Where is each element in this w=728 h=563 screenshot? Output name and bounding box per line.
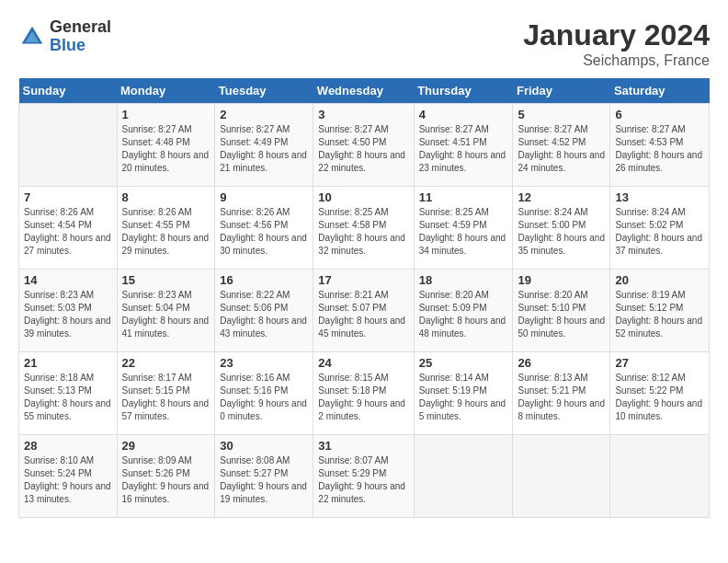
- day-number: 16: [220, 273, 308, 287]
- page-header: General Blue January 2024 Seichamps, Fra…: [18, 18, 710, 69]
- calendar-cell-w2-d6: 20Sunrise: 8:19 AMSunset: 5:12 PMDayligh…: [610, 270, 710, 352]
- day-number: 3: [318, 108, 408, 121]
- day-info: Sunrise: 8:20 AMSunset: 5:10 PMDaylight:…: [518, 289, 605, 340]
- day-info: Sunrise: 8:25 AMSunset: 4:58 PMDaylight:…: [318, 206, 408, 258]
- day-number: 11: [419, 190, 508, 204]
- calendar-cell-w0-d2: 2Sunrise: 8:27 AMSunset: 4:49 PMDaylight…: [215, 104, 313, 187]
- day-info: Sunrise: 8:23 AMSunset: 5:03 PMDaylight:…: [24, 289, 112, 340]
- calendar-body: 1Sunrise: 8:27 AMSunset: 4:48 PMDaylight…: [19, 104, 710, 518]
- day-number: 14: [24, 273, 112, 287]
- calendar-cell-w1-d1: 8Sunrise: 8:26 AMSunset: 4:55 PMDaylight…: [117, 187, 215, 270]
- day-number: 19: [518, 273, 605, 287]
- day-number: 26: [518, 356, 605, 370]
- header-thursday: Thursday: [414, 78, 513, 104]
- day-info: Sunrise: 8:19 AMSunset: 5:12 PMDaylight:…: [615, 289, 704, 340]
- day-number: 13: [615, 190, 704, 204]
- day-info: Sunrise: 8:24 AMSunset: 5:02 PMDaylight:…: [615, 206, 704, 258]
- day-info: Sunrise: 8:26 AMSunset: 4:54 PMDaylight:…: [24, 206, 112, 258]
- day-info: Sunrise: 8:27 AMSunset: 4:50 PMDaylight:…: [318, 123, 408, 175]
- calendar-cell-w2-d3: 17Sunrise: 8:21 AMSunset: 5:07 PMDayligh…: [313, 270, 414, 352]
- day-info: Sunrise: 8:07 AMSunset: 5:29 PMDaylight:…: [318, 454, 408, 506]
- day-number: 15: [122, 273, 210, 287]
- day-number: 10: [318, 190, 408, 204]
- day-info: Sunrise: 8:24 AMSunset: 5:00 PMDaylight:…: [518, 206, 605, 258]
- calendar-cell-w2-d4: 18Sunrise: 8:20 AMSunset: 5:09 PMDayligh…: [414, 270, 513, 352]
- day-number: 28: [24, 439, 112, 453]
- day-info: Sunrise: 8:16 AMSunset: 5:16 PMDaylight:…: [220, 372, 308, 423]
- day-number: 20: [615, 273, 704, 287]
- day-number: 9: [220, 190, 308, 204]
- logo: General Blue: [18, 18, 111, 55]
- calendar-week-3: 21Sunrise: 8:18 AMSunset: 5:13 PMDayligh…: [19, 352, 710, 435]
- day-info: Sunrise: 8:12 AMSunset: 5:22 PMDaylight:…: [615, 372, 704, 423]
- calendar-cell-w0-d5: 5Sunrise: 8:27 AMSunset: 4:52 PMDaylight…: [513, 104, 610, 187]
- day-info: Sunrise: 8:23 AMSunset: 5:04 PMDaylight:…: [122, 289, 210, 340]
- title-section: January 2024 Seichamps, France: [523, 18, 710, 69]
- subtitle: Seichamps, France: [523, 52, 710, 69]
- calendar-cell-w0-d1: 1Sunrise: 8:27 AMSunset: 4:48 PMDaylight…: [117, 104, 215, 187]
- day-info: Sunrise: 8:26 AMSunset: 4:55 PMDaylight:…: [122, 206, 210, 258]
- calendar-cell-w3-d6: 27Sunrise: 8:12 AMSunset: 5:22 PMDayligh…: [610, 352, 710, 435]
- calendar-cell-w1-d0: 7Sunrise: 8:26 AMSunset: 4:54 PMDaylight…: [19, 187, 118, 270]
- header-saturday: Saturday: [610, 78, 710, 104]
- header-friday: Friday: [513, 78, 610, 104]
- header-row: Sunday Monday Tuesday Wednesday Thursday…: [19, 78, 710, 104]
- day-number: 21: [24, 356, 112, 370]
- main-title: January 2024: [523, 18, 710, 52]
- calendar-cell-w2-d1: 15Sunrise: 8:23 AMSunset: 5:04 PMDayligh…: [117, 270, 215, 352]
- day-info: Sunrise: 8:27 AMSunset: 4:48 PMDaylight:…: [122, 123, 210, 175]
- day-number: 18: [419, 273, 508, 287]
- day-info: Sunrise: 8:27 AMSunset: 4:52 PMDaylight:…: [518, 123, 605, 175]
- logo-icon: [18, 23, 46, 51]
- header-sunday: Sunday: [19, 78, 118, 104]
- calendar-cell-w4-d5: [513, 435, 610, 518]
- calendar-cell-w4-d6: [610, 435, 710, 518]
- logo-text: General Blue: [50, 18, 111, 55]
- day-info: Sunrise: 8:22 AMSunset: 5:06 PMDaylight:…: [220, 289, 308, 340]
- logo-general: General: [50, 18, 111, 37]
- calendar-cell-w1-d5: 12Sunrise: 8:24 AMSunset: 5:00 PMDayligh…: [513, 187, 610, 270]
- calendar-table: Sunday Monday Tuesday Wednesday Thursday…: [18, 78, 710, 518]
- day-number: 5: [518, 108, 605, 121]
- logo-blue: Blue: [50, 37, 111, 55]
- calendar-cell-w3-d0: 21Sunrise: 8:18 AMSunset: 5:13 PMDayligh…: [19, 352, 118, 435]
- calendar-cell-w3-d1: 22Sunrise: 8:17 AMSunset: 5:15 PMDayligh…: [117, 352, 215, 435]
- calendar-cell-w0-d4: 4Sunrise: 8:27 AMSunset: 4:51 PMDaylight…: [414, 104, 513, 187]
- calendar-cell-w3-d4: 25Sunrise: 8:14 AMSunset: 5:19 PMDayligh…: [414, 352, 513, 435]
- day-info: Sunrise: 8:20 AMSunset: 5:09 PMDaylight:…: [419, 289, 508, 340]
- calendar-header: Sunday Monday Tuesday Wednesday Thursday…: [19, 78, 710, 104]
- day-info: Sunrise: 8:08 AMSunset: 5:27 PMDaylight:…: [220, 454, 308, 506]
- calendar-cell-w4-d3: 31Sunrise: 8:07 AMSunset: 5:29 PMDayligh…: [313, 435, 414, 518]
- day-info: Sunrise: 8:27 AMSunset: 4:53 PMDaylight:…: [615, 123, 704, 175]
- calendar-cell-w4-d1: 29Sunrise: 8:09 AMSunset: 5:26 PMDayligh…: [117, 435, 215, 518]
- day-info: Sunrise: 8:10 AMSunset: 5:24 PMDaylight:…: [24, 454, 112, 506]
- day-info: Sunrise: 8:15 AMSunset: 5:18 PMDaylight:…: [318, 372, 408, 423]
- day-number: 23: [220, 356, 308, 370]
- calendar-cell-w4-d2: 30Sunrise: 8:08 AMSunset: 5:27 PMDayligh…: [215, 435, 313, 518]
- calendar-cell-w3-d2: 23Sunrise: 8:16 AMSunset: 5:16 PMDayligh…: [215, 352, 313, 435]
- calendar-week-2: 14Sunrise: 8:23 AMSunset: 5:03 PMDayligh…: [19, 270, 710, 352]
- day-number: 7: [24, 190, 112, 204]
- day-info: Sunrise: 8:13 AMSunset: 5:21 PMDaylight:…: [518, 372, 605, 423]
- day-number: 31: [318, 439, 408, 453]
- day-number: 1: [122, 108, 210, 121]
- calendar-cell-w2-d5: 19Sunrise: 8:20 AMSunset: 5:10 PMDayligh…: [513, 270, 610, 352]
- day-number: 8: [122, 190, 210, 204]
- day-number: 12: [518, 190, 605, 204]
- calendar-cell-w1-d2: 9Sunrise: 8:26 AMSunset: 4:56 PMDaylight…: [215, 187, 313, 270]
- header-tuesday: Tuesday: [215, 78, 313, 104]
- day-number: 24: [318, 356, 408, 370]
- day-info: Sunrise: 8:27 AMSunset: 4:51 PMDaylight:…: [419, 123, 508, 175]
- calendar-cell-w2-d2: 16Sunrise: 8:22 AMSunset: 5:06 PMDayligh…: [215, 270, 313, 352]
- day-info: Sunrise: 8:27 AMSunset: 4:49 PMDaylight:…: [220, 123, 308, 175]
- day-info: Sunrise: 8:21 AMSunset: 5:07 PMDaylight:…: [318, 289, 408, 340]
- day-info: Sunrise: 8:09 AMSunset: 5:26 PMDaylight:…: [122, 454, 210, 506]
- day-number: 17: [318, 273, 408, 287]
- day-info: Sunrise: 8:25 AMSunset: 4:59 PMDaylight:…: [419, 206, 508, 258]
- day-number: 4: [419, 108, 508, 121]
- calendar-week-4: 28Sunrise: 8:10 AMSunset: 5:24 PMDayligh…: [19, 435, 710, 518]
- header-wednesday: Wednesday: [313, 78, 414, 104]
- day-info: Sunrise: 8:18 AMSunset: 5:13 PMDaylight:…: [24, 372, 112, 423]
- calendar-week-0: 1Sunrise: 8:27 AMSunset: 4:48 PMDaylight…: [19, 104, 710, 187]
- calendar-cell-w4-d4: [414, 435, 513, 518]
